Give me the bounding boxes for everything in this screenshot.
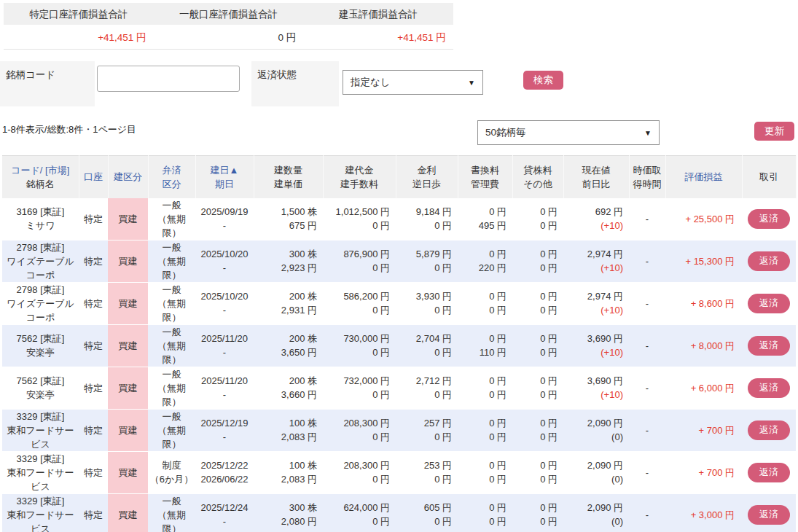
open-amount: 624,000 円 <box>324 501 390 515</box>
repay-button[interactable]: 返済 <box>748 251 790 271</box>
repayment-status-selected: 指定なし <box>351 76 391 89</box>
repay-button[interactable]: 返済 <box>748 420 790 440</box>
rewrite-fee-cell: 0 円 110 円 <box>458 324 512 367</box>
unit-price: 675 円 <box>255 219 317 232</box>
stock-name: 安楽亭 <box>4 345 77 359</box>
repay-button[interactable]: 返済 <box>748 294 790 313</box>
repay-button[interactable]: 返済 <box>748 463 790 482</box>
column-header: 取引 <box>742 156 796 198</box>
action-cell: 返済 <box>742 493 796 532</box>
rewrite-fee-cell: 0 円 0 円 <box>458 282 512 324</box>
due-date: - <box>197 430 252 444</box>
price-cell: 2,974 円 (+10) <box>563 240 629 282</box>
quantity: 100 株 <box>255 458 317 472</box>
price-time: - <box>629 240 665 282</box>
stock-lending-fee: 0 円 <box>514 289 558 303</box>
refresh-button[interactable]: 更新 <box>754 122 794 141</box>
current-price: 2,090 円 <box>565 416 623 430</box>
search-button[interactable]: 検索 <box>523 71 563 90</box>
column-header[interactable]: 建区分 <box>108 156 148 198</box>
quantity: 300 株 <box>255 247 317 261</box>
repay-button[interactable]: 返済 <box>748 505 790 525</box>
commission: 0 円 <box>324 430 390 444</box>
commission: 0 円 <box>324 388 390 402</box>
summary-value-tategyoku: +41,451 円 <box>303 25 453 49</box>
trade-type: 買建 <box>108 367 148 409</box>
due-date: - <box>197 388 252 402</box>
trade-type: 買建 <box>108 240 148 282</box>
interest: 605 円 <box>397 501 452 515</box>
stock-name: ワイズテーブルコーポ <box>4 297 77 324</box>
quantity-cell: 300 株 2,923 円 <box>254 240 323 282</box>
column-header: 金利 逆日歩 <box>396 156 458 198</box>
stock-lending-fee: 0 円 <box>514 205 558 219</box>
amount-cell: 586,200 円 0 円 <box>323 282 396 324</box>
amount-cell: 732,000 円 0 円 <box>323 367 396 409</box>
column-header: 建代金 建手数料 <box>323 156 396 198</box>
repayment-term: （無期限） <box>149 423 194 451</box>
table-row: 3169 [東証] ミサワ 特定 買建 一般 （無期限） 2025/09/19 … <box>2 198 796 240</box>
repay-button[interactable]: 返済 <box>748 209 790 229</box>
date-cell: 2025/09/19 - <box>195 198 254 240</box>
stock-cell: 3329 [東証] 東和フードサービス <box>2 409 79 451</box>
repayment-term: （無期限） <box>149 381 194 409</box>
amount-cell: 1,012,500 円 0 円 <box>323 198 396 240</box>
price-cell: 3,690 円 (+10) <box>563 367 629 409</box>
stock-cell: 3169 [東証] ミサワ <box>2 198 79 240</box>
stock-name: 東和フードサービス <box>4 508 77 532</box>
stock-cell: 2798 [東証] ワイズテーブルコーポ <box>2 282 79 324</box>
open-date: 2025/12/19 <box>197 416 252 430</box>
lending-fee-cell: 0 円 0 円 <box>512 451 563 493</box>
interest-cell: 257 円 0 円 <box>396 409 458 451</box>
interest: 2,704 円 <box>397 332 452 345</box>
unrealized-pl: + 15,300 円 <box>665 240 742 282</box>
unit-price: 3,660 円 <box>255 388 317 402</box>
stock-lending-fee: 0 円 <box>514 332 558 345</box>
repayment-term: （無期限） <box>149 254 194 282</box>
management-fee: 110 円 <box>459 345 506 359</box>
repay-button[interactable]: 返済 <box>748 378 790 398</box>
rewrite-fee-cell: 0 円 220 円 <box>458 240 512 282</box>
rewrite-fee-cell: 0 円 0 円 <box>458 409 512 451</box>
day-change: (0) <box>565 515 623 528</box>
action-cell: 返済 <box>742 367 796 409</box>
summary-label-tategyoku: 建玉評価損益合計 <box>303 3 453 25</box>
account-type: 特定 <box>79 324 108 367</box>
repayment-category-cell: 制度 （6か月） <box>148 451 195 493</box>
repayment-category-cell: 一般 （無期限） <box>148 282 195 324</box>
rewrite-fee: 0 円 <box>459 205 506 219</box>
column-header[interactable]: 口座 <box>79 156 108 198</box>
action-cell: 返済 <box>742 409 796 451</box>
current-price: 2,090 円 <box>565 501 623 515</box>
price-time: - <box>629 282 665 324</box>
repayment-status-select[interactable]: 指定なし ▼ <box>343 70 483 95</box>
table-row: 7562 [東証] 安楽亭 特定 買建 一般 （無期限） 2025/11/20 … <box>2 324 796 367</box>
column-header[interactable]: コード/ [市場] 銘柄名 <box>2 156 79 198</box>
per-page-select[interactable]: 50銘柄毎 ▼ <box>477 120 660 145</box>
price-time: - <box>629 409 665 451</box>
amount-cell: 208,300 円 0 円 <box>323 451 396 493</box>
stock-code-input[interactable] <box>97 66 240 92</box>
lending-fee-cell: 0 円 0 円 <box>512 367 563 409</box>
stock-code: 3329 [東証] <box>4 410 77 423</box>
repayment-term: （無期限） <box>149 339 194 367</box>
unrealized-pl: + 25,500 円 <box>665 198 742 240</box>
column-header[interactable]: 弁済 区分 <box>148 156 195 198</box>
stock-cell: 3329 [東証] 東和フードサービス <box>2 451 79 493</box>
negative-interest: 0 円 <box>397 388 452 402</box>
column-header[interactable]: 建日▲ 期日 <box>195 156 254 198</box>
management-fee: 0 円 <box>459 388 506 402</box>
unrealized-pl: + 700 円 <box>665 451 742 493</box>
repayment-category: 一般 <box>149 240 194 254</box>
table-row: 3329 [東証] 東和フードサービス 特定 買建 制度 （6か月） 2025/… <box>2 451 796 493</box>
commission: 0 円 <box>324 345 390 359</box>
price-time: - <box>629 493 665 532</box>
pl-summary: 特定口座評価損益合計 一般口座評価損益合計 建玉評価損益合計 +41,451 円… <box>4 3 453 50</box>
repay-button[interactable]: 返済 <box>748 336 790 356</box>
repayment-category: 一般 <box>149 198 194 212</box>
lending-fee-cell: 0 円 0 円 <box>512 240 563 282</box>
day-change: (0) <box>565 472 623 486</box>
quantity: 1,500 株 <box>255 205 317 219</box>
column-header[interactable]: 評価損益 <box>665 156 742 198</box>
due-date: - <box>197 261 252 275</box>
